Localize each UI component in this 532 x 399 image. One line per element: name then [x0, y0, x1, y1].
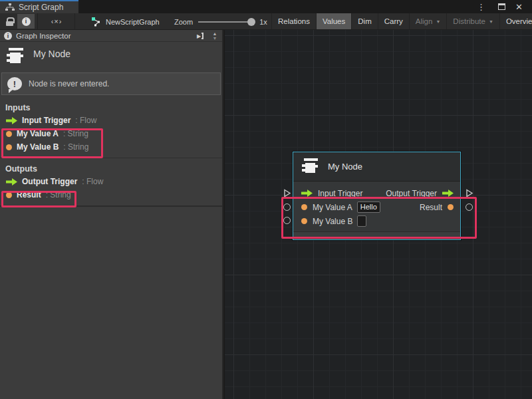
- value-dot-icon: [6, 131, 12, 137]
- info-icon: i: [4, 32, 12, 40]
- value-dot-icon: [301, 204, 307, 210]
- graph-asset-icon: [92, 17, 102, 27]
- dock-icon[interactable]: ▶: [194, 31, 206, 41]
- node-icon: [5, 46, 24, 67]
- title-bar: Script Graph ⋮ ✕: [0, 0, 532, 13]
- zoom-slider[interactable]: [198, 21, 254, 23]
- flow-output-port-icon[interactable]: [466, 188, 473, 200]
- port-row-my-value-b: My Value B : String: [0, 140, 222, 154]
- inspected-node-title: My Node: [0, 42, 222, 71]
- info-button[interactable]: i: [17, 14, 35, 29]
- warning-box: ! Node is never entered.: [1, 72, 221, 95]
- flow-input-port-icon[interactable]: [283, 188, 291, 200]
- port-row-my-value-a: My Value A : String: [0, 127, 222, 140]
- close-icon[interactable]: ✕: [515, 0, 523, 13]
- flow-arrow-icon: [442, 190, 454, 197]
- view-buttons: Relations Values Dim Carry Align ▼ Distr…: [271, 13, 532, 29]
- result-port-icon[interactable]: [466, 203, 473, 211]
- values-button[interactable]: Values: [316, 13, 351, 29]
- scroll-down-icon[interactable]: ▼: [213, 36, 217, 41]
- graph-inspector-panel: i Graph Inspector ▶ ▲ ▼ My Node ! Node i…: [0, 30, 223, 399]
- node-title-text: My Node: [328, 162, 362, 172]
- lock-icon[interactable]: [3, 15, 16, 28]
- node-row-triggers: Input Trigger Output Trigger: [293, 186, 460, 200]
- warning-icon: !: [7, 77, 22, 90]
- warning-text: Node is never entered.: [29, 79, 109, 88]
- kebab-menu-icon[interactable]: ⋮: [477, 0, 485, 13]
- align-dropdown[interactable]: Align ▼: [409, 13, 447, 29]
- port-row-result: Result : String: [0, 188, 222, 201]
- info-icon: i: [22, 17, 31, 26]
- node-footer: [293, 231, 460, 239]
- value-dot-icon: [301, 218, 307, 224]
- outputs-section-title: Outputs: [0, 163, 222, 175]
- divider: [0, 158, 222, 158]
- graph-node[interactable]: My Node Input Trigger Output Trigger My …: [293, 152, 461, 240]
- inputs-section-title: Inputs: [0, 102, 222, 114]
- node-row-value-a: My Value A Hello Result: [293, 200, 460, 214]
- graph-canvas[interactable]: My Node Input Trigger Output Trigger My …: [225, 30, 532, 399]
- graph-asset-name: NewScriptGraph: [106, 18, 160, 26]
- inspector-title: Graph Inspector: [16, 32, 70, 40]
- flow-arrow-icon: [6, 117, 17, 124]
- zoom-label: Zoom: [174, 18, 193, 26]
- value-a-input[interactable]: Hello: [357, 201, 380, 213]
- value-dot-icon: [448, 204, 454, 210]
- zoom-slider-handle[interactable]: [247, 18, 255, 26]
- zoom-value: 1x: [259, 18, 267, 26]
- value-dot-icon: [6, 144, 12, 150]
- flow-arrow-icon: [301, 190, 313, 197]
- value-b-input[interactable]: [357, 215, 366, 227]
- node-header[interactable]: My Node: [293, 152, 460, 182]
- carry-button[interactable]: Carry: [378, 13, 409, 29]
- tab-script-graph[interactable]: Script Graph: [0, 0, 78, 13]
- maximize-icon[interactable]: [498, 0, 505, 13]
- divider: [0, 205, 222, 207]
- overview-button[interactable]: Overview: [499, 13, 532, 29]
- tab-label: Script Graph: [19, 3, 63, 12]
- chevron-down-icon: ▼: [489, 19, 493, 24]
- node-icon: [300, 157, 320, 177]
- code-icon[interactable]: ‹×›: [43, 14, 70, 29]
- node-row-value-b: My Value B: [293, 214, 460, 228]
- chevron-down-icon: ▼: [436, 19, 440, 24]
- graph-asset-breadcrumb[interactable]: NewScriptGraph: [92, 15, 160, 28]
- flow-arrow-icon: [6, 178, 17, 186]
- distribute-dropdown[interactable]: Distribute ▼: [446, 13, 499, 29]
- relations-button[interactable]: Relations: [271, 13, 316, 29]
- inspector-header: i Graph Inspector ▶ ▲ ▼: [0, 30, 222, 42]
- scroll-up-icon[interactable]: ▲: [213, 31, 217, 36]
- port-row-input-trigger: Input Trigger : Flow: [0, 114, 222, 127]
- node-title-text: My Node: [33, 49, 70, 59]
- toolbar: i ‹×› NewScriptGraph Zoom 1x Relations V…: [0, 13, 532, 30]
- value-b-port-icon[interactable]: [283, 217, 291, 224]
- value-dot-icon: [6, 192, 12, 198]
- value-a-port-icon[interactable]: [283, 203, 291, 211]
- dim-button[interactable]: Dim: [351, 13, 377, 29]
- port-row-output-trigger: Output Trigger : Flow: [0, 175, 222, 188]
- script-graph-icon: [5, 3, 15, 11]
